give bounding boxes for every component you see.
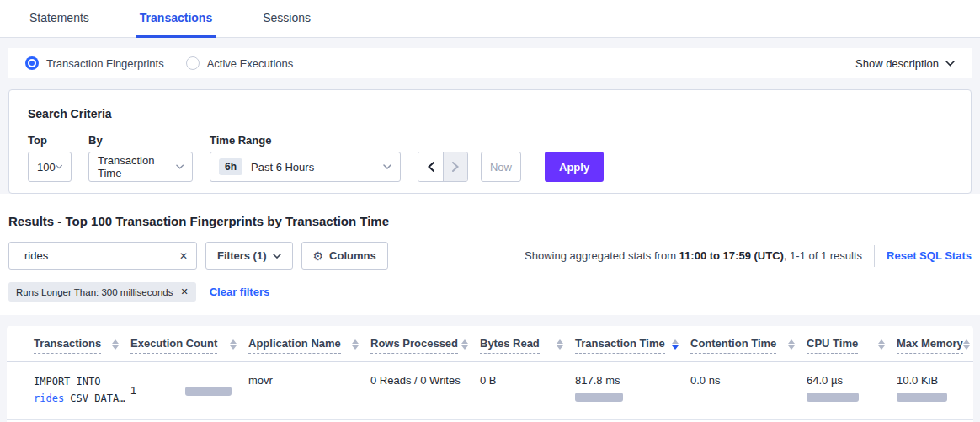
by-label: By [88, 134, 193, 147]
radio-active-executions-label: Active Executions [207, 57, 294, 70]
tab-transactions[interactable]: Transactions [136, 0, 216, 38]
clear-filters-link[interactable]: Clear filters [210, 286, 270, 298]
column-header-rows-processed[interactable]: Rows Processed [370, 337, 480, 354]
column-header-transaction-time[interactable]: Transaction Time [575, 337, 690, 354]
chevron-down-icon [945, 61, 955, 67]
chevron-down-icon [56, 164, 62, 169]
results-section: Results - Top 100 Transaction Fingerprin… [0, 194, 980, 315]
application-name-cell: movr [248, 374, 370, 408]
search-criteria-panel: Search Criteria Top 100 By Transaction T… [8, 89, 972, 194]
max-memory-bar [897, 393, 947, 402]
sort-desc-icon[interactable] [672, 339, 679, 350]
stats-time-range: 11:00 to 17:59 (UTC) [679, 249, 784, 262]
radio-unselected-icon [186, 56, 200, 70]
previous-time-window-button[interactable] [418, 152, 443, 181]
tab-statements[interactable]: Statements [25, 0, 93, 38]
by-select-value: Transaction Time [98, 154, 176, 179]
sort-icon[interactable] [112, 339, 119, 350]
contention-time-cell: 0.0 ns [690, 374, 807, 408]
radio-transaction-fingerprints-label: Transaction Fingerprints [46, 57, 164, 70]
time-range-value: Past 6 Hours [251, 161, 314, 174]
bytes-read-cell: 0 B [480, 374, 575, 408]
by-select[interactable]: Transaction Time [88, 152, 193, 182]
search-criteria-title: Search Criteria [28, 107, 952, 120]
table-name-text: rides [34, 393, 64, 404]
results-table-area: Transactions Execution Count Application… [0, 315, 980, 422]
top-select[interactable]: 100 [28, 152, 72, 182]
sort-icon[interactable] [352, 339, 359, 350]
sort-icon[interactable] [788, 339, 795, 350]
aggregated-stats-text: Showing aggregated stats from 11:00 to 1… [525, 249, 862, 262]
filters-button[interactable]: Filters (1) [205, 242, 293, 270]
time-range-select[interactable]: 6h Past 6 Hours [210, 152, 401, 182]
sort-icon[interactable] [461, 339, 468, 350]
sort-icon[interactable] [557, 339, 563, 350]
view-toggle-bar: Transaction Fingerprints Active Executio… [8, 48, 972, 78]
radio-transaction-fingerprints[interactable]: Transaction Fingerprints [25, 56, 164, 70]
column-header-application-name[interactable]: Application Name [248, 337, 370, 354]
sort-icon[interactable] [963, 339, 970, 350]
sort-icon[interactable] [230, 339, 237, 350]
results-search-box: ✕ [8, 242, 197, 270]
transaction-time-bar [575, 393, 623, 402]
apply-button[interactable]: Apply [545, 152, 604, 182]
show-description-label: Show description [855, 57, 939, 70]
max-memory-cell: 10.0 KiB [897, 374, 973, 408]
columns-button[interactable]: ⚙ Columns [301, 242, 388, 270]
transaction-fingerprint-link[interactable]: IMPORT INTO rides CSV DATA… [34, 374, 130, 408]
chevron-down-icon [176, 164, 184, 169]
radio-active-executions[interactable]: Active Executions [186, 56, 294, 70]
transaction-time-cell: 817.8 ms [575, 374, 690, 408]
now-button[interactable]: Now [481, 152, 521, 182]
execution-count-bar [185, 387, 232, 396]
column-header-transactions[interactable]: Transactions [34, 337, 130, 354]
time-range-label: Time Range [210, 134, 401, 147]
column-header-contention-time[interactable]: Contention Time [690, 337, 807, 354]
execution-count-cell: 1 [130, 374, 248, 408]
chevron-down-icon [383, 164, 391, 169]
reset-sql-stats-link[interactable]: Reset SQL Stats [887, 249, 972, 262]
tab-sessions[interactable]: Sessions [258, 0, 315, 38]
time-window-pager [418, 152, 468, 182]
remove-filter-icon[interactable]: ✕ [180, 286, 188, 297]
top-label: Top [28, 134, 72, 147]
chevron-down-icon [273, 254, 281, 259]
search-input[interactable] [24, 249, 173, 262]
column-header-max-memory[interactable]: Max Memory [897, 337, 980, 354]
divider [874, 245, 875, 267]
top-tab-bar: Statements Transactions Sessions [0, 0, 980, 38]
filter-chip-label: Runs Longer Than: 300 milliseconds [16, 287, 173, 297]
results-table: Transactions Execution Count Application… [7, 326, 973, 422]
show-description-toggle[interactable]: Show description [855, 57, 955, 70]
radio-selected-icon [25, 56, 39, 70]
clear-search-icon[interactable]: ✕ [179, 250, 188, 262]
top-select-value: 100 [37, 161, 56, 174]
next-time-window-button[interactable] [443, 152, 467, 181]
rows-processed-cell: 0 Reads / 0 Writes [370, 374, 480, 408]
column-header-bytes-read[interactable]: Bytes Read [480, 337, 575, 354]
results-heading: Results - Top 100 Transaction Fingerprin… [8, 214, 972, 228]
chevron-right-icon [452, 162, 459, 172]
column-header-execution-count[interactable]: Execution Count [130, 337, 248, 354]
sort-icon[interactable] [878, 339, 885, 350]
cpu-time-cell: 64.0 µs [807, 374, 897, 408]
cpu-time-bar [807, 393, 859, 402]
columns-button-label: Columns [329, 249, 376, 262]
filters-button-label: Filters (1) [217, 249, 267, 262]
table-header-row: Transactions Execution Count Application… [7, 326, 973, 362]
chevron-left-icon [428, 162, 434, 172]
gear-icon: ⚙ [313, 250, 324, 262]
table-row: IMPORT INTO rides CSV DATA… 1 movr 0 Rea… [7, 362, 973, 420]
filter-chip-runs-longer-than: Runs Longer Than: 300 milliseconds ✕ [8, 282, 196, 302]
time-range-badge: 6h [219, 158, 242, 175]
column-header-cpu-time[interactable]: CPU Time [807, 337, 897, 354]
